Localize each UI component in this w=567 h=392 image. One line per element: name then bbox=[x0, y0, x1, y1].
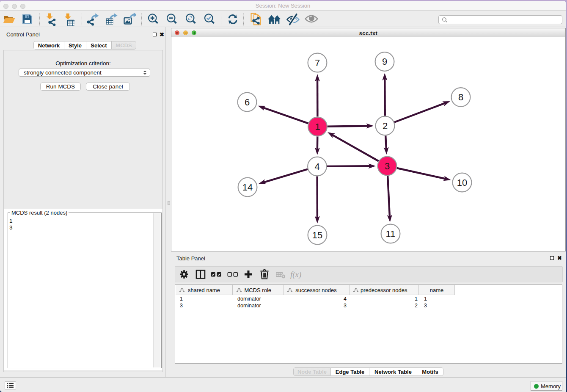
svg-text:9: 9 bbox=[382, 56, 387, 67]
svg-text:2: 2 bbox=[383, 121, 388, 131]
svg-text:3: 3 bbox=[385, 161, 390, 171]
svg-text:6: 6 bbox=[245, 97, 250, 108]
svg-text:10: 10 bbox=[457, 177, 467, 188]
svg-text:14: 14 bbox=[242, 182, 253, 193]
svg-text:7: 7 bbox=[315, 58, 320, 68]
svg-text:1: 1 bbox=[315, 121, 320, 132]
svg-text:8: 8 bbox=[458, 92, 463, 102]
svg-text:4: 4 bbox=[314, 161, 319, 172]
svg-text:11: 11 bbox=[386, 229, 396, 239]
svg-text:15: 15 bbox=[312, 230, 322, 240]
